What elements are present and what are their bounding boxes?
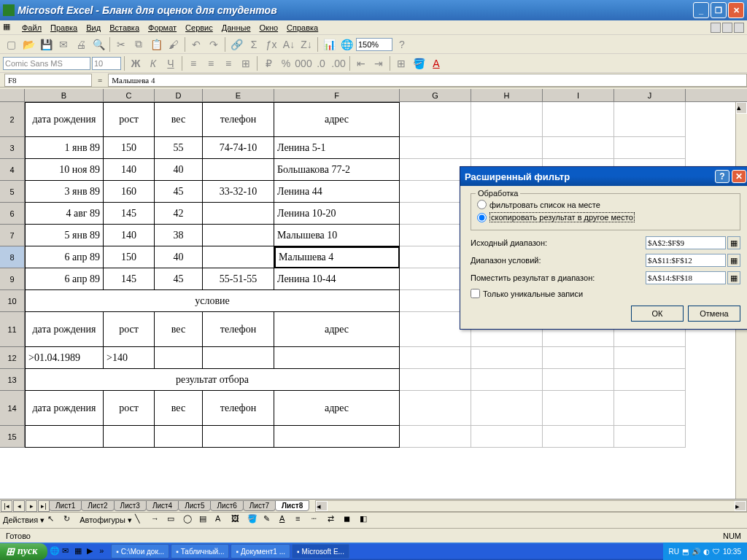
redo-icon[interactable]: ↷ [206,36,222,52]
cell[interactable]: результат отбора [25,369,400,391]
cell[interactable] [471,369,543,391]
fill-icon[interactable]: 🪣 [247,514,260,527]
doc-close-button[interactable] [734,23,744,33]
line-style-icon[interactable]: ≡ [295,514,309,527]
doc-restore-button[interactable] [722,23,732,33]
align-right-icon[interactable]: ≡ [220,55,236,71]
draw-actions-menu[interactable]: Действия ▾ [3,516,44,525]
cell[interactable] [614,102,686,137]
sheet-tab[interactable]: Лист5 [178,500,211,511]
cell[interactable]: телефон [203,312,274,347]
clipart-icon[interactable]: 🖼 [231,514,244,527]
menu-tools[interactable]: Сервис [181,22,217,34]
oval-icon[interactable]: ◯ [183,514,196,527]
cell[interactable] [203,246,274,268]
cell[interactable]: адрес [274,102,400,137]
cell[interactable] [400,102,471,137]
tray-icon[interactable]: ⬒ [682,548,689,556]
italic-icon[interactable]: К [145,55,161,71]
col-G[interactable]: G [400,89,471,101]
sort-asc-icon[interactable]: A↓ [281,36,297,52]
cell[interactable] [614,426,686,448]
cell[interactable] [471,102,543,137]
menu-data[interactable]: Данные [217,22,255,34]
cell[interactable]: Ленина 10-20 [274,203,400,225]
cell[interactable]: рост [104,391,155,426]
cell[interactable] [614,391,686,426]
cell[interactable] [203,225,274,246]
cell[interactable]: адрес [274,312,400,347]
row-header[interactable]: 6 [0,203,25,225]
minimize-button[interactable]: _ [693,2,709,18]
app-menu-icon[interactable]: ▦ [3,22,15,34]
lang-indicator[interactable]: RU [669,548,679,556]
cell[interactable]: 45 [155,181,203,203]
cell[interactable]: вес [155,312,203,347]
col-H[interactable]: H [471,89,543,101]
col-B[interactable]: B [25,89,104,101]
row-header[interactable]: 7 [0,225,25,246]
fx-icon[interactable]: ƒx [263,36,279,52]
cell[interactable]: 145 [104,268,155,290]
cell[interactable]: 140 [104,225,155,246]
row-header[interactable]: 12 [0,347,25,369]
sheet-nav-next-icon[interactable]: ▸ [26,500,37,512]
open-icon[interactable]: 📂 [20,36,36,52]
col-C[interactable]: C [104,89,155,101]
bold-icon[interactable]: Ж [128,55,144,71]
cell[interactable]: 150 [104,137,155,159]
cell[interactable]: 4 авг 89 [25,203,104,225]
menu-edit[interactable]: Правка [46,22,82,34]
dialog-help-button[interactable]: ? [715,170,729,183]
merge-icon[interactable]: ⊞ [238,55,254,71]
row-header[interactable]: 8 [0,246,25,268]
col-D[interactable]: D [155,89,203,101]
col-E[interactable]: E [203,89,274,101]
font-color-icon[interactable]: A [428,55,444,71]
new-icon[interactable]: ▢ [3,36,19,52]
row-header[interactable]: 10 [0,290,25,312]
dash-style-icon[interactable]: ┈ [311,514,325,527]
cell[interactable]: телефон [203,391,274,426]
cell[interactable] [400,426,471,448]
borders-icon[interactable]: ⊞ [393,55,409,71]
clock[interactable]: 10:35 [723,548,741,556]
size-combo[interactable] [92,57,121,70]
row-header[interactable]: 9 [0,268,25,290]
quicklaunch-icon[interactable]: ▦ [74,546,85,556]
cell[interactable] [471,347,543,369]
copy-to-input[interactable] [646,271,726,284]
row-header[interactable]: 11 [0,312,25,347]
cell[interactable] [543,391,614,426]
select-objects-icon[interactable]: ↖ [47,514,61,527]
sheet-tab[interactable]: Лист6 [210,500,243,511]
font-combo[interactable] [3,57,90,70]
range-picker-icon[interactable]: ▦ [727,271,740,284]
cancel-button[interactable]: Отмена [688,306,740,322]
scroll-left-icon[interactable]: ◂ [316,501,328,511]
currency-icon[interactable]: ₽ [260,55,276,71]
menu-help[interactable]: Справка [282,22,322,34]
cell[interactable] [543,137,614,159]
arrow-style-icon[interactable]: ⇄ [328,514,341,527]
cell[interactable]: вес [155,102,203,137]
cell[interactable]: Ленина 5-1 [274,137,400,159]
cell[interactable] [614,369,686,391]
chart-icon[interactable]: 📊 [321,36,337,52]
cell[interactable]: >01.04.1989 [25,347,104,369]
cell[interactable]: телефон [203,102,274,137]
start-button[interactable]: ⊞ пуск [0,543,47,560]
tray-icon[interactable]: 🛡 [713,548,720,556]
taskbar-item[interactable]: ▪Табличный... [171,544,229,559]
cell[interactable]: дата рождения [25,391,104,426]
cell[interactable] [400,369,471,391]
cell[interactable] [203,159,274,181]
inc-indent-icon[interactable]: ⇥ [371,55,387,71]
fill-color-icon[interactable]: 🪣 [411,55,427,71]
cell[interactable]: 150 [104,246,155,268]
system-tray[interactable]: RU ⬒ 🔊 ◐ 🛡 10:35 [663,542,747,560]
restore-button[interactable]: ❐ [711,2,727,18]
shadow-icon[interactable]: ◼ [344,514,357,527]
radio-input[interactable] [477,213,487,222]
row-header[interactable]: 14 [0,391,25,426]
